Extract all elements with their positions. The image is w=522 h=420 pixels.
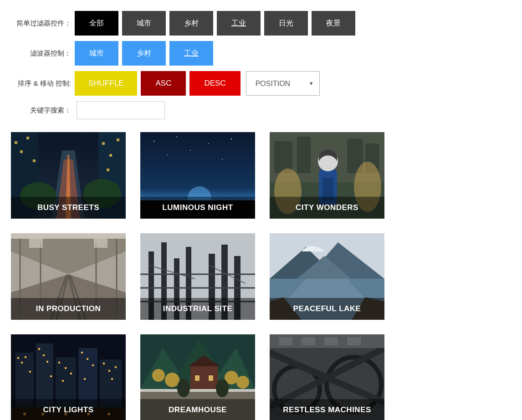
svg-point-24 [190,150,191,151]
simple-filter-label: 城市 [137,19,151,28]
svg-point-118 [177,379,190,397]
simple-filter-0[interactable]: 全部 [75,11,118,36]
svg-rect-78 [17,357,19,359]
svg-rect-28 [274,141,292,173]
svg-rect-128 [324,337,338,345]
desc-button[interactable]: DESC [189,71,240,96]
svg-rect-9 [33,159,36,162]
search-row: 关键字搜索： [11,101,511,119]
svg-rect-129 [347,337,361,345]
card-caption: CITY WONDERS [270,197,384,219]
svg-rect-79 [21,362,23,364]
card-caption: RESTLESS MACHINES [270,399,384,420]
simple-filter-2[interactable]: 乡村 [169,11,213,36]
svg-rect-97 [111,378,113,380]
multi-filter-row: 滤波器控制： 城市乡村工业 [11,41,511,66]
multi-filter-0[interactable]: 城市 [75,41,118,66]
svg-rect-13 [107,169,109,171]
svg-rect-92 [115,366,117,368]
svg-rect-84 [58,362,60,364]
svg-rect-127 [302,337,315,345]
simple-filter-label: 日光 [279,19,293,28]
svg-rect-12 [117,138,119,141]
svg-rect-114 [190,366,218,389]
simple-filter-4[interactable]: 日光 [264,11,308,36]
svg-rect-126 [279,337,292,345]
svg-point-18 [154,141,154,142]
card-city-wonders[interactable]: CITY WONDERS [270,132,384,219]
svg-rect-90 [103,363,105,364]
simple-filter-5[interactable]: 夜景 [312,11,355,36]
svg-point-22 [167,154,168,155]
card-city-lights[interactable]: CITY LIGHTS [11,334,126,420]
search-label: 关键字搜索： [11,106,75,115]
card-caption: INDUSTRIAL SITE [140,298,255,320]
svg-point-111 [165,373,179,387]
svg-rect-91 [108,370,110,372]
card-caption: BUSY STREETS [11,197,126,219]
card-peaceful-lake[interactable]: PEACEFUL LAKE [270,233,384,320]
svg-rect-81 [38,348,40,350]
multi-filter-label: 城市 [89,49,104,58]
simple-filter-label: 夜景 [326,19,341,28]
card-in-production[interactable]: IN PRODUCTION [11,233,126,320]
svg-rect-6 [15,141,17,144]
multi-filter-label: 滤波器控制： [11,49,75,58]
svg-rect-85 [65,367,67,369]
card-grid: BUSY STREETS LUMINOUS NIGHT CITY WONDERS… [11,132,511,420]
svg-point-113 [236,376,249,389]
svg-rect-8 [26,137,29,139]
svg-rect-82 [43,354,45,356]
svg-rect-116 [195,375,200,381]
search-input[interactable] [77,101,165,119]
simple-filter-label: 工业 [231,19,246,28]
svg-rect-94 [50,375,52,377]
svg-rect-48 [11,233,126,239]
svg-point-110 [152,369,165,382]
svg-rect-96 [84,378,86,380]
chevron-down-icon: ▼ [309,81,314,86]
simple-filter-buttons: 全部城市乡村工业日光夜景 [75,11,359,36]
svg-rect-88 [87,358,88,360]
svg-point-19 [176,136,177,137]
card-restless-machines[interactable]: RESTLESS MACHINES [270,334,384,420]
asc-button[interactable]: ASC [141,71,186,96]
shuffle-button[interactable]: SHUFFLE [75,71,137,96]
card-caption: DREAMHOUSE [140,399,255,420]
multi-filter-2[interactable]: 工业 [169,41,213,66]
svg-rect-50 [94,239,107,248]
simple-filter-label: 乡村 [184,19,199,28]
svg-rect-11 [109,154,112,157]
sort-select[interactable]: POSITION [256,80,301,87]
card-industrial-site[interactable]: INDUSTRIAL SITE [140,233,255,320]
simple-filter-1[interactable]: 城市 [122,11,166,36]
multi-filter-label: 工业 [184,49,199,58]
svg-rect-29 [297,137,311,173]
multi-filter-1[interactable]: 乡村 [122,41,166,66]
svg-rect-95 [62,380,64,382]
sort-row: 排序 & 移动 控制: SHUFFLE ASC DESC POSITION ▼ [11,71,511,96]
sort-select-wrap[interactable]: POSITION ▼ [246,71,320,96]
svg-rect-76 [78,348,97,407]
svg-rect-117 [209,375,213,381]
svg-point-21 [231,138,232,140]
card-luminous-night[interactable]: LUMINOUS NIGHT [140,132,255,219]
card-caption: IN PRODUCTION [11,298,126,320]
simple-filter-label: 全部 [89,19,104,28]
svg-rect-89 [92,364,94,366]
card-busy-streets[interactable]: BUSY STREETS [11,132,126,219]
simple-filter-3[interactable]: 工业 [217,11,261,36]
sort-label: 排序 & 移动 控制: [11,79,75,88]
multi-filter-label: 乡村 [137,49,151,58]
svg-rect-49 [29,239,43,248]
multi-filter-buttons: 城市乡村工业 [75,41,217,66]
card-caption: CITY LIGHTS [11,399,126,420]
card-caption: PEACEFUL LAKE [270,298,384,320]
card-dreamhouse[interactable]: DREAMHOUSE [140,334,255,420]
svg-rect-86 [70,373,72,374]
svg-rect-87 [81,352,83,353]
svg-point-23 [222,159,223,160]
svg-rect-80 [25,356,26,358]
svg-point-119 [216,379,229,397]
svg-rect-93 [29,371,31,373]
